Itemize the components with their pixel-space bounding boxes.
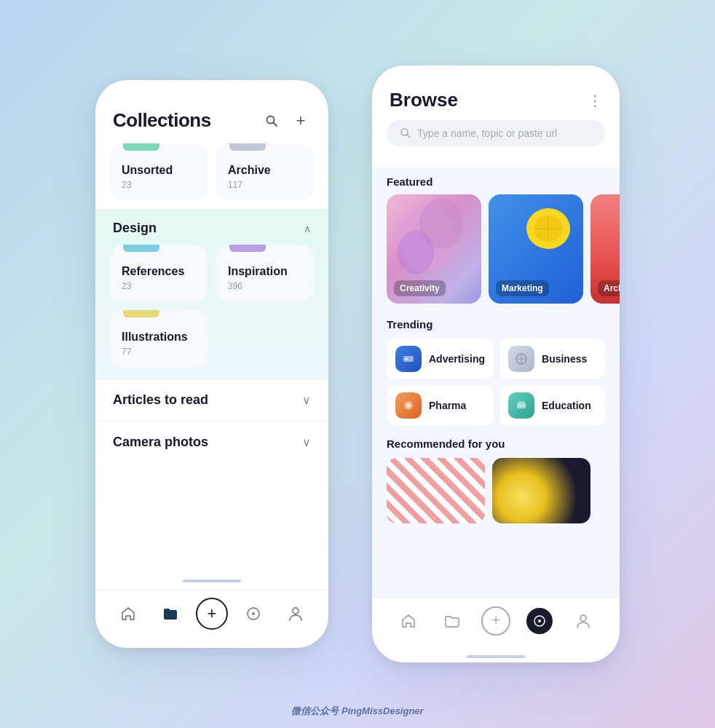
svg-line-1 (274, 122, 277, 126)
featured-card-creativity[interactable]: Creativity (387, 194, 481, 304)
pharma-icon (395, 392, 422, 419)
collections-title: Collections (113, 109, 211, 132)
design-collapse-icon[interactable]: ∧ (304, 223, 311, 234)
articles-to-read-label: Articles to read (113, 392, 208, 408)
header-icons: + (261, 111, 311, 131)
svg-point-4 (293, 608, 299, 614)
svg-point-36 (580, 615, 586, 621)
search-icon (400, 127, 411, 139)
discover-active-icon (526, 608, 553, 634)
browse-menu-icon[interactable]: ⋮ (588, 92, 602, 109)
svg-point-35 (538, 620, 541, 622)
add-collection-button[interactable]: + (291, 111, 311, 131)
trending-pharma[interactable]: Pharma (387, 385, 494, 426)
browse-content: Featured Creativity (372, 167, 620, 597)
folder-name: Archive (228, 164, 302, 177)
svg-rect-24 (405, 358, 408, 360)
nav-collections[interactable] (154, 603, 187, 625)
top-folder-grid: Unsorted 23 Archive 117 (95, 143, 328, 209)
search-icon[interactable] (261, 111, 282, 131)
advertising-icon (395, 346, 422, 372)
search-bar[interactable]: Type a name, topic or paste url (387, 120, 605, 146)
folder-count: 117 (228, 180, 302, 190)
svg-point-29 (406, 403, 411, 408)
folder-count: 77 (122, 347, 196, 357)
nav-home-right[interactable] (394, 606, 423, 636)
folder-archive[interactable]: Archive 117 (216, 143, 314, 200)
rec-card-lights[interactable] (492, 458, 590, 523)
design-section-title: Design (113, 221, 157, 236)
nav-home[interactable] (111, 603, 145, 625)
featured-card-bg: Creativity (387, 194, 481, 304)
nav-profile-right[interactable] (569, 606, 598, 636)
collections-header: Collections + (95, 103, 328, 143)
scroll-indicator (183, 579, 241, 582)
featured-row: Creativity Marketing (387, 194, 605, 304)
rec-card-stripes[interactable] (387, 458, 485, 523)
svg-line-6 (407, 135, 410, 138)
featured-card-label: Architecture (598, 280, 620, 296)
articles-to-read-row[interactable]: Articles to read ∨ (95, 379, 328, 421)
watermark: 微信公众号 PingMissDesigner (0, 705, 715, 718)
folder-unsorted[interactable]: Unsorted 23 (110, 143, 208, 200)
recommended-row (387, 458, 605, 523)
svg-point-9 (398, 231, 434, 274)
svg-rect-30 (517, 403, 526, 408)
nav-add-button-right[interactable]: + (481, 606, 510, 636)
trending-label: Trending (387, 318, 605, 331)
browse-title: Browse (390, 89, 458, 111)
left-phone: Collections + Unsorted 23 (95, 80, 328, 648)
folder-tab (123, 245, 159, 252)
trending-business[interactable]: Business (499, 339, 605, 379)
browse-header: Browse ⋮ (372, 66, 620, 120)
featured-card-label: Creativity (394, 280, 446, 296)
trending-name: Education (542, 400, 591, 411)
folder-name: References (122, 265, 196, 278)
right-phone: Browse ⋮ Type a name, topic or paste url… (372, 66, 620, 662)
folder-tab (123, 310, 159, 317)
bottom-nav-right: + (372, 597, 620, 652)
trending-advertising[interactable]: Advertising (387, 339, 494, 379)
folder-count: 23 (122, 180, 196, 190)
folder-tab (123, 143, 159, 151)
trending-grid: Advertising Business (387, 339, 605, 426)
trending-education[interactable]: Education (499, 385, 605, 426)
folder-tab (229, 143, 266, 151)
folder-count: 23 (122, 281, 196, 291)
featured-card-architecture[interactable]: Architecture (590, 194, 620, 304)
svg-point-3 (252, 612, 255, 615)
camera-photos-row[interactable]: Camera photos ∨ (95, 421, 328, 463)
articles-chevron-icon: ∨ (302, 393, 311, 407)
search-placeholder-text: Type a name, topic or paste url (417, 127, 557, 139)
featured-card-bg: Marketing (489, 194, 583, 304)
trending-name: Pharma (429, 400, 466, 411)
folder-tab (229, 245, 266, 252)
design-folder-grid: References 23 Inspiration 396 Illustrati… (110, 245, 314, 370)
nav-collections-right[interactable] (438, 606, 467, 636)
trending-name: Business (542, 353, 587, 365)
business-icon (508, 346, 534, 372)
design-section-header: Design ∧ (110, 215, 314, 245)
featured-card-bg: Architecture (590, 194, 620, 304)
featured-label: Featured (387, 175, 605, 189)
folder-name: Illustrations (122, 331, 196, 344)
education-icon (508, 392, 534, 419)
recommended-label: Recommended for you (387, 438, 605, 451)
featured-card-marketing[interactable]: Marketing (489, 194, 583, 304)
folder-references[interactable]: References 23 (110, 245, 208, 301)
rec-card-bg (387, 458, 485, 523)
camera-chevron-icon: ∨ (302, 435, 311, 449)
folder-name: Unsorted (122, 164, 196, 177)
main-scene: Collections + Unsorted 23 (95, 66, 620, 662)
folder-name: Inspiration (228, 265, 302, 278)
nav-profile[interactable] (279, 603, 312, 625)
nav-add-button[interactable]: + (196, 598, 228, 630)
folder-illustrations[interactable]: Illustrations 77 (110, 310, 208, 367)
rec-card-bg (492, 458, 590, 523)
nav-discover-right[interactable] (525, 606, 554, 636)
svg-rect-31 (518, 401, 524, 403)
folder-inspiration[interactable]: Inspiration 396 (216, 245, 314, 301)
featured-card-label: Marketing (496, 280, 549, 296)
camera-photos-label: Camera photos (113, 435, 208, 450)
nav-discover[interactable] (237, 603, 270, 625)
